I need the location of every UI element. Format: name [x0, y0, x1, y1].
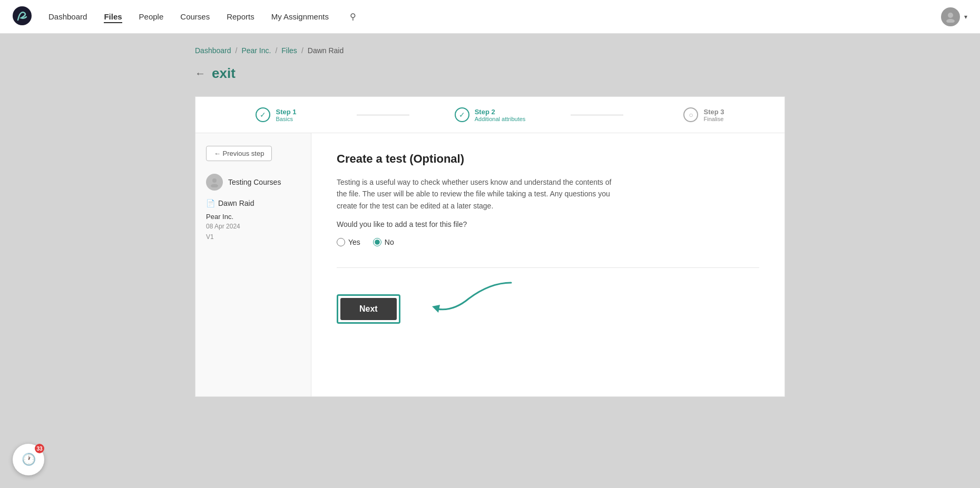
- step-1: ✓ Step 1 Basics: [195, 107, 357, 122]
- svg-point-2: [946, 19, 955, 23]
- form-divider: [337, 267, 759, 268]
- svg-point-1: [948, 13, 953, 18]
- step-3-icon: ○: [683, 107, 698, 122]
- sidebar-version: V1: [206, 233, 300, 241]
- svg-point-4: [211, 184, 218, 188]
- breadcrumb-sep-3: /: [301, 46, 303, 55]
- step-divider-1: [357, 115, 409, 115]
- step-1-sub: Basics: [276, 116, 296, 122]
- step-1-icon: ✓: [256, 107, 270, 122]
- sidebar-user: Testing Courses: [206, 174, 300, 191]
- step-2-text: Step 2 Additional attributes: [475, 108, 526, 122]
- wizard-container: ✓ Step 1 Basics ✓ Step 2 Additional attr…: [195, 96, 785, 397]
- back-arrow-icon[interactable]: ←: [195, 67, 205, 79]
- nav-courses[interactable]: Courses: [180, 10, 210, 23]
- file-icon: 📄: [206, 199, 215, 207]
- navbar: Dashboard Files People Courses Reports M…: [0, 0, 980, 34]
- notification-widget[interactable]: 33 🕐: [13, 444, 44, 475]
- breadcrumb-current: Dawn Raid: [308, 46, 344, 55]
- notification-icon: 🕐: [22, 453, 36, 466]
- breadcrumb: Dashboard / Pear Inc. / Files / Dawn Rai…: [195, 46, 785, 55]
- svg-point-0: [13, 6, 32, 25]
- arrow-annotation: [406, 277, 522, 330]
- next-button-wrapper: Next: [337, 294, 400, 324]
- main-form: Create a test (Optional) Testing is a us…: [311, 133, 785, 396]
- nav-items: Dashboard Files People Courses Reports M…: [48, 10, 941, 23]
- step-3-sub: Finalise: [703, 116, 724, 122]
- nav-dashboard[interactable]: Dashboard: [48, 10, 87, 23]
- sidebar-user-name: Testing Courses: [228, 178, 281, 186]
- radio-no-label[interactable]: No: [373, 238, 394, 246]
- svg-point-3: [212, 178, 217, 183]
- breadcrumb-org[interactable]: Pear Inc.: [241, 46, 271, 55]
- radio-no[interactable]: [373, 238, 381, 246]
- step-3: ○ Step 3 Finalise: [623, 107, 785, 122]
- avatar[interactable]: [941, 7, 960, 26]
- step-2-icon: ✓: [455, 107, 469, 122]
- sidebar-date: 08 Apr 2024: [206, 223, 300, 230]
- exit-label[interactable]: exit: [212, 65, 236, 82]
- breadcrumb-sep-1: /: [236, 46, 238, 55]
- back-row: ← exit: [195, 65, 785, 82]
- notification-badge: 33: [35, 444, 44, 453]
- step-1-text: Step 1 Basics: [276, 108, 296, 122]
- chevron-down-icon[interactable]: ▾: [964, 13, 967, 21]
- sidebar-avatar: [206, 174, 223, 191]
- sidebar-org: Pear Inc.: [206, 213, 300, 221]
- nav-reports[interactable]: Reports: [227, 10, 254, 23]
- step-2-sub: Additional attributes: [475, 116, 526, 122]
- breadcrumb-sep-2: /: [275, 46, 277, 55]
- sidebar-file-name: Dawn Raid: [218, 199, 254, 207]
- form-title: Create a test (Optional): [337, 152, 759, 166]
- logo[interactable]: [13, 6, 32, 27]
- radio-yes-label[interactable]: Yes: [337, 238, 360, 246]
- radio-yes-text: Yes: [348, 238, 360, 246]
- content-area: ← Previous step Testing Courses 📄 Dawn R…: [195, 133, 785, 396]
- form-description: Testing is a useful way to check whether…: [337, 176, 621, 212]
- stepper: ✓ Step 1 Basics ✓ Step 2 Additional attr…: [195, 97, 785, 133]
- form-question: Would you like to add a test for this fi…: [337, 220, 759, 228]
- breadcrumb-files[interactable]: Files: [281, 46, 297, 55]
- step-1-name: Step 1: [276, 108, 296, 116]
- radio-yes[interactable]: [337, 238, 345, 246]
- next-area: Next: [337, 283, 759, 335]
- nav-my-assignments[interactable]: My Assignments: [271, 10, 329, 23]
- sidebar-file-row: 📄 Dawn Raid: [206, 199, 300, 207]
- breadcrumb-dashboard[interactable]: Dashboard: [195, 46, 231, 55]
- next-button[interactable]: Next: [340, 298, 397, 320]
- step-divider-2: [571, 115, 623, 115]
- step-2-name: Step 2: [475, 108, 526, 116]
- radio-no-text: No: [385, 238, 394, 246]
- prev-step-button[interactable]: ← Previous step: [206, 146, 272, 161]
- step-3-name: Step 3: [703, 108, 724, 116]
- step-3-text: Step 3 Finalise: [703, 108, 724, 122]
- nav-right: ▾: [941, 7, 967, 26]
- svg-marker-5: [432, 305, 440, 313]
- nav-people[interactable]: People: [139, 10, 164, 23]
- page-container: Dashboard / Pear Inc. / Files / Dawn Rai…: [174, 34, 806, 410]
- nav-files[interactable]: Files: [104, 10, 122, 23]
- search-icon[interactable]: ⚲: [350, 12, 356, 22]
- step-2: ✓ Step 2 Additional attributes: [409, 107, 571, 122]
- radio-group: Yes No: [337, 238, 759, 246]
- sidebar: ← Previous step Testing Courses 📄 Dawn R…: [195, 133, 311, 396]
